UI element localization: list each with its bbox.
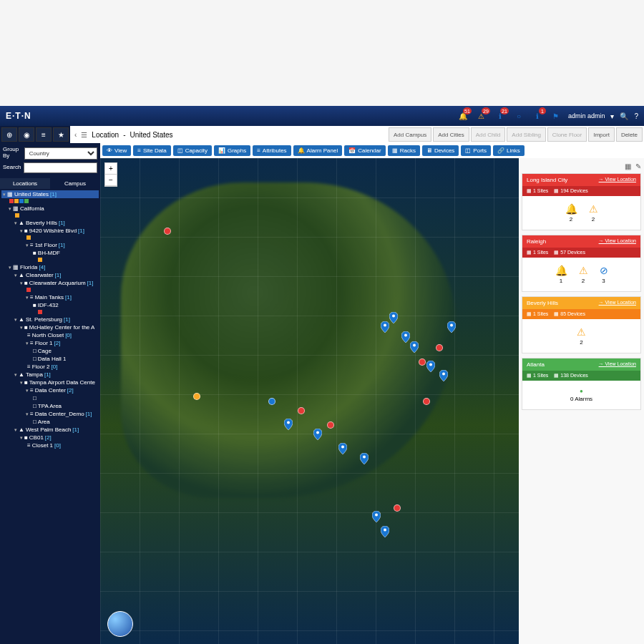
tree-node[interactable]: ▾▦California: [1, 205, 99, 213]
i-badge-icon[interactable]: ℹ1: [531, 109, 544, 122]
map-marker[interactable]: [327, 421, 334, 429]
tree-node[interactable]: ■BH-MDF: [1, 249, 99, 257]
tree-node[interactable]: □Area: [1, 418, 99, 426]
tree-node[interactable]: ≡Closet 1 [0]: [1, 441, 99, 449]
map-marker[interactable]: [426, 361, 435, 372]
map-marker[interactable]: [419, 358, 426, 366]
add-campus-button[interactable]: Add Campus: [389, 127, 431, 142]
grid-view-icon[interactable]: ▦: [625, 162, 631, 170]
toolbar-icon-2[interactable]: ≡: [36, 127, 52, 142]
map[interactable]: + −: [100, 158, 519, 644]
map-marker[interactable]: [381, 321, 389, 333]
search-icon[interactable]: 🔍: [620, 112, 628, 120]
import-button[interactable]: Import: [588, 127, 615, 142]
view-location-link[interactable]: → View Location: [599, 238, 636, 245]
tab-devices[interactable]: 🖥Devices: [422, 145, 459, 156]
tab-graphs[interactable]: 📊Graphs: [214, 145, 250, 156]
tree-node[interactable]: ▾▲St. Petersburg [1]: [1, 316, 99, 323]
map-marker[interactable]: [372, 511, 381, 522]
tree-node[interactable]: ▾≡Floor 1 [2]: [1, 339, 99, 347]
tree-node[interactable]: ▾▲Clearwater [1]: [1, 271, 99, 279]
tree-node[interactable]: ▾▲Beverly Hills [1]: [1, 219, 99, 227]
tree-node[interactable]: □Data Hall 1: [1, 355, 99, 363]
tab-site-data[interactable]: ≡Site Data: [133, 145, 171, 156]
map-marker[interactable]: [193, 393, 200, 400]
map-marker[interactable]: [389, 312, 398, 323]
toolbar-icon-3[interactable]: ★: [53, 127, 69, 142]
map-marker[interactable]: [436, 344, 443, 351]
map-marker[interactable]: [164, 228, 171, 235]
sidebar-tab-campus[interactable]: Campus: [50, 178, 100, 189]
devices-count: ▦ 57 Devices: [554, 250, 585, 255]
chevron-down-icon[interactable]: ▾: [610, 112, 614, 120]
tree-node[interactable]: ▾≡Main Tanks [1]: [1, 293, 99, 301]
tree-node[interactable]: ▾■Clearwater Acquarium [1]: [1, 279, 99, 287]
view-location-link[interactable]: → View Location: [599, 177, 636, 183]
map-marker[interactable]: [394, 504, 401, 512]
tab-capacity[interactable]: ◫Capacity: [173, 145, 212, 156]
tree-node[interactable]: ▾▦United States [1]: [1, 190, 99, 198]
map-marker[interactable]: [313, 429, 322, 440]
tab-racks[interactable]: ▦Racks: [388, 145, 420, 156]
view-location-link[interactable]: → View Location: [599, 361, 636, 368]
tree-node[interactable]: ▾■Tampa Airport Data Cente: [1, 379, 99, 386]
user-menu[interactable]: admin admin: [568, 112, 605, 119]
map-marker[interactable]: [284, 419, 293, 430]
tab-ports[interactable]: ◫Ports: [461, 145, 491, 156]
map-marker[interactable]: [298, 407, 305, 414]
alarm-indicator: 🔔2: [565, 203, 577, 223]
tree-node[interactable]: ≡Floor 2 [0]: [1, 363, 99, 371]
tree-node[interactable]: ▾≡1st Floor [1]: [1, 241, 99, 249]
sidebar-tab-locations[interactable]: Locations: [0, 178, 50, 189]
clone-floor-button: Clone Floor: [547, 127, 587, 142]
tree-node[interactable]: ■IDF-432: [1, 301, 99, 309]
tab-view[interactable]: 👁View: [102, 145, 131, 156]
tab-calendar[interactable]: 📅Calendar: [344, 145, 385, 156]
tree-node[interactable]: □: [1, 394, 99, 402]
tree-node[interactable]: □Cage: [1, 347, 99, 355]
globe-icon[interactable]: [107, 611, 133, 637]
tree-node[interactable]: ▾■9420 Wilshire Blvd [1]: [1, 227, 99, 235]
tab-alarm-panel[interactable]: 🔔Alarm Panel: [293, 145, 343, 156]
tree-node[interactable]: ▾▲Tampa [1]: [1, 371, 99, 379]
tab-links[interactable]: 🔗Links: [493, 145, 525, 156]
warn-badge-icon[interactable]: ⚠29: [475, 109, 488, 122]
bell-badge-icon[interactable]: 🔔51: [457, 109, 469, 122]
content-tabs: 👁View≡Site Data◫Capacity📊Graphs≡Attribut…: [100, 143, 644, 158]
flag-badge-icon[interactable]: ⚑: [550, 109, 562, 122]
map-marker[interactable]: [447, 321, 456, 333]
search-input[interactable]: [24, 162, 97, 173]
tree-node[interactable]: ▾▦Florida [4]: [1, 263, 99, 271]
tree-node[interactable]: ▾≡Data Center [2]: [1, 386, 99, 394]
map-marker[interactable]: [338, 443, 347, 454]
delete-button[interactable]: Delete: [616, 127, 643, 142]
tree-node[interactable]: ▾≡Data Center_Demo [1]: [1, 410, 99, 418]
map-marker[interactable]: [410, 341, 419, 353]
tree-node[interactable]: ▾■McHatley Center for the A: [1, 323, 99, 331]
map-marker[interactable]: [360, 453, 369, 464]
view-location-link[interactable]: → View Location: [599, 300, 636, 306]
tree-node[interactable]: ▾▲West Palm Beach [1]: [1, 426, 99, 434]
circle-badge-icon[interactable]: ○: [512, 109, 525, 122]
group-by-select[interactable]: Country: [24, 147, 97, 160]
map-marker[interactable]: [401, 331, 410, 343]
info-badge-icon[interactable]: ℹ21: [494, 109, 507, 122]
tree-node[interactable]: ≡North Closet [0]: [1, 331, 99, 339]
map-marker[interactable]: [423, 398, 430, 405]
tab-attributes[interactable]: ≡Attributes: [253, 145, 291, 156]
list-button[interactable]: ☰: [81, 131, 87, 139]
tree-node[interactable]: □TPA Area: [1, 402, 99, 410]
zoom-in-button[interactable]: +: [105, 163, 117, 175]
toolbar-icon-1[interactable]: ◉: [19, 127, 34, 142]
map-marker[interactable]: [381, 526, 389, 537]
map-marker[interactable]: [439, 370, 448, 381]
zoom-out-button[interactable]: −: [105, 175, 117, 186]
help-icon[interactable]: ?: [634, 112, 638, 120]
map-marker[interactable]: [268, 398, 275, 405]
add-cities-button[interactable]: Add Cities: [433, 127, 469, 142]
toolbar-icon-0[interactable]: ⊕: [1, 127, 17, 142]
search-label: Search: [3, 164, 21, 170]
back-button[interactable]: ‹: [74, 131, 77, 139]
edit-icon[interactable]: ✎: [635, 162, 641, 170]
tree-node[interactable]: ▾■CB01 [2]: [1, 434, 99, 441]
